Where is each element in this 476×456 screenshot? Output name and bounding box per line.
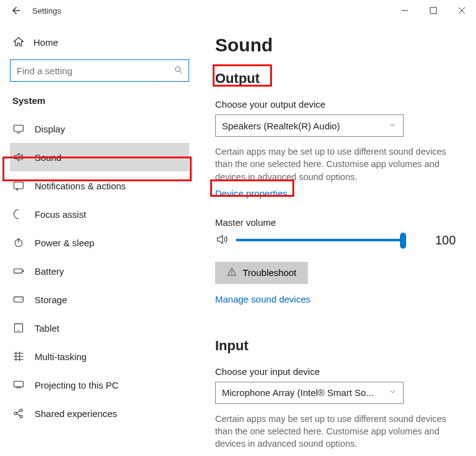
battery-icon (12, 265, 25, 277)
sidebar-item-sound[interactable]: Sound (10, 143, 189, 171)
volume-value: 100 (435, 233, 456, 247)
master-volume-label: Master volume (215, 217, 460, 228)
titlebar: Settings (0, 0, 476, 21)
sidebar-item-multitasking[interactable]: Multi-tasking (10, 342, 189, 371)
home-link[interactable]: Home (10, 27, 189, 59)
svg-point-25 (20, 415, 22, 418)
category-header: System (12, 95, 189, 106)
sidebar-item-label: Battery (35, 266, 64, 277)
svg-point-16 (18, 330, 19, 331)
home-label: Home (33, 37, 58, 48)
sidebar-item-label: Sound (35, 152, 61, 163)
input-device-dropdown[interactable]: Microphone Array (Intel® Smart So... (215, 382, 404, 404)
sidebar-item-label: Storage (35, 295, 67, 305)
chevron-down-icon (388, 387, 397, 398)
svg-point-14 (21, 299, 22, 300)
page-title: Sound (215, 35, 460, 56)
svg-rect-12 (23, 270, 24, 272)
maximize-button[interactable] (419, 0, 448, 21)
minimize-button[interactable] (391, 0, 419, 21)
search-icon (174, 65, 184, 77)
output-device-dropdown[interactable]: Speakers (Realtek(R) Audio) (215, 114, 404, 137)
svg-rect-1 (430, 7, 436, 14)
svg-rect-11 (14, 269, 22, 273)
output-note: Certain apps may be set up to use differ… (215, 145, 460, 183)
sidebar-item-label: Display (35, 124, 65, 134)
input-device-label: Choose your input device (215, 366, 460, 377)
sidebar-item-label: Focus assist (35, 209, 86, 220)
troubleshoot-label: Troubleshoot (243, 267, 297, 278)
output-device-properties-link[interactable]: Device properties (215, 188, 287, 199)
output-device-label: Choose your output device (215, 99, 460, 110)
volume-slider[interactable] (236, 239, 403, 241)
storage-icon (12, 293, 25, 306)
sidebar-item-notifications[interactable]: Notifications & actions (10, 171, 189, 200)
sidebar-item-shared[interactable]: Shared experiences (10, 399, 189, 428)
slider-thumb[interactable] (400, 233, 406, 249)
input-note: Certain apps may be set up to use differ… (215, 413, 460, 450)
content-pane: Sound Output Choose your output device S… (199, 21, 476, 456)
sidebar-item-tablet[interactable]: Tablet (10, 314, 189, 342)
sidebar-item-label: Notifications & actions (35, 181, 126, 191)
troubleshoot-button[interactable]: Troubleshoot (215, 262, 308, 284)
share-icon (12, 407, 25, 419)
svg-point-4 (176, 66, 181, 71)
input-device-value: Microphone Array (Intel® Smart So... (222, 387, 373, 398)
display-icon (12, 123, 25, 135)
svg-point-24 (20, 409, 22, 411)
search-input[interactable] (15, 65, 174, 77)
back-button[interactable] (4, 0, 28, 21)
sound-icon (12, 151, 25, 163)
sidebar-item-power[interactable]: Power & sleep (10, 228, 189, 257)
sidebar-item-display[interactable]: Display (10, 114, 189, 143)
svg-rect-22 (14, 381, 23, 387)
sidebar-item-focus-assist[interactable]: Focus assist (10, 200, 189, 228)
sidebar-item-label: Multi-tasking (35, 351, 87, 362)
sidebar-item-storage[interactable]: Storage (10, 285, 189, 314)
sidebar-item-label: Shared experiences (35, 408, 117, 419)
manage-sound-devices-link[interactable]: Manage sound devices (215, 294, 310, 304)
sidebar-item-battery[interactable]: Battery (10, 257, 189, 285)
volume-slider-row: 100 (215, 233, 460, 248)
svg-line-5 (180, 71, 182, 73)
svg-line-27 (17, 414, 20, 416)
sidebar-item-label: Power & sleep (35, 238, 95, 248)
svg-point-23 (14, 412, 17, 415)
sidebar-item-label: Tablet (35, 323, 59, 333)
chevron-down-icon (388, 121, 397, 131)
home-icon (12, 36, 25, 48)
speaker-icon[interactable] (215, 233, 229, 248)
tablet-icon (12, 322, 25, 334)
svg-rect-6 (14, 125, 23, 131)
output-device-value: Speakers (Realtek(R) Audio) (222, 121, 340, 131)
project-icon (12, 379, 25, 391)
svg-rect-8 (14, 182, 23, 189)
sidebar-item-label: Projecting to this PC (35, 380, 119, 390)
power-icon (12, 236, 25, 249)
notifications-icon (12, 179, 25, 192)
sidebar: Home System Display Sound Notifications … (0, 21, 199, 456)
output-heading: Output (215, 71, 460, 87)
close-button[interactable] (448, 0, 476, 21)
window-title: Settings (32, 6, 61, 15)
warning-icon (227, 267, 237, 278)
focus-icon (12, 208, 25, 220)
svg-point-29 (231, 274, 232, 275)
multitask-icon (12, 350, 25, 363)
svg-line-26 (17, 411, 20, 413)
sidebar-item-projecting[interactable]: Projecting to this PC (10, 371, 189, 399)
search-box[interactable] (10, 59, 189, 82)
input-heading: Input (215, 338, 460, 354)
